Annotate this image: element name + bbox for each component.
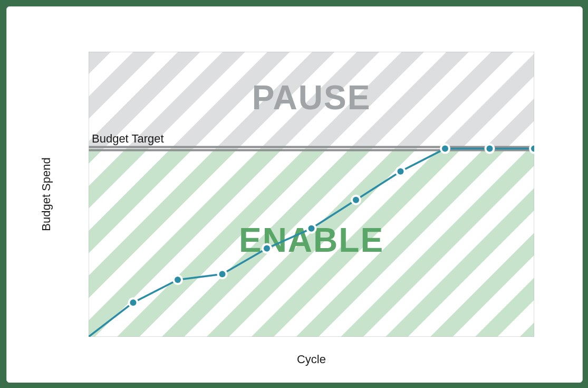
series-point [130,299,137,306]
series-point [309,225,315,232]
series-point [398,168,404,175]
series-point [264,245,270,252]
series-point [442,146,448,152]
y-axis-label-holder: Budget Spend [38,52,54,337]
series-point [353,197,359,203]
region-label-pause: PAUSE [252,79,371,117]
chart-card: Budget Spend PAUSEENABLEBudget Target Cy… [6,6,583,383]
x-axis-label: Cycle [89,353,534,366]
chart-svg: PAUSEENABLEBudget Target [89,52,534,337]
budget-target-label: Budget Target [92,132,164,145]
y-axis-label: Budget Spend [40,157,53,231]
chart-plot: PAUSEENABLEBudget Target [89,52,534,337]
series-point [219,271,226,277]
series-point [487,146,493,152]
series-point [175,277,181,283]
